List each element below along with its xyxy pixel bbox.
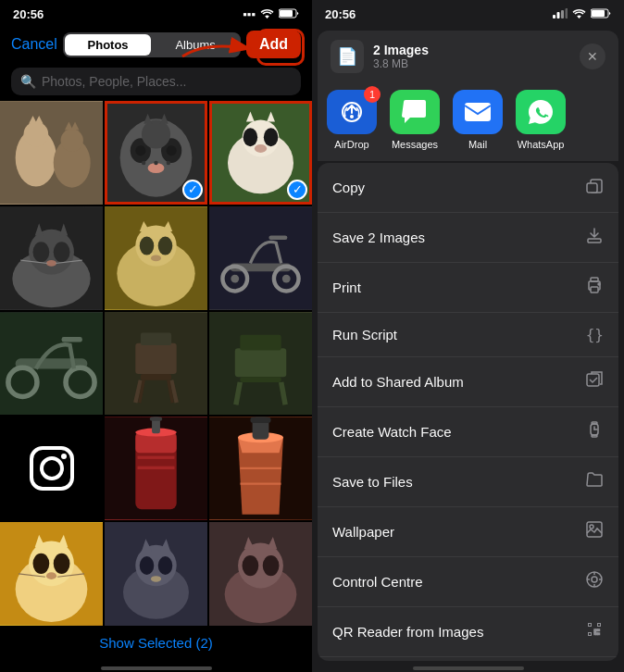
svg-rect-86 bbox=[138, 456, 175, 459]
svg-point-49 bbox=[158, 236, 173, 255]
svg-point-21 bbox=[167, 161, 170, 165]
action-script[interactable]: Run Script {} bbox=[318, 313, 618, 357]
whatsapp-app[interactable]: WhatsApp bbox=[516, 90, 566, 150]
albums-tab[interactable]: Albums bbox=[152, 34, 239, 56]
shared-album-icon bbox=[585, 370, 604, 393]
svg-point-142 bbox=[590, 525, 593, 529]
photo-cell-14[interactable] bbox=[105, 522, 207, 626]
search-icon: 🔍 bbox=[20, 74, 36, 89]
status-icons-left: ▪▪▪ bbox=[243, 7, 299, 21]
svg-point-6 bbox=[24, 122, 49, 147]
photo-cell-4[interactable] bbox=[0, 206, 103, 310]
photo-inner-12 bbox=[209, 417, 312, 520]
action-shared-album-label: Add to Shared Album bbox=[332, 374, 464, 390]
files-icon bbox=[585, 470, 604, 493]
wallpaper-icon bbox=[585, 520, 604, 543]
save-icon bbox=[585, 226, 604, 249]
add-button[interactable]: Add bbox=[246, 31, 301, 58]
svg-rect-127 bbox=[465, 103, 491, 121]
photo-cell-15[interactable] bbox=[209, 522, 312, 626]
photo-cell-2[interactable]: ✓ bbox=[105, 101, 207, 205]
svg-point-100 bbox=[54, 554, 70, 574]
svg-point-118 bbox=[263, 555, 280, 576]
action-dark-downloader[interactable]: Dark Downloader bbox=[318, 657, 618, 661]
svg-rect-74 bbox=[240, 334, 281, 350]
action-control-centre[interactable]: Control Centre bbox=[318, 557, 618, 607]
svg-point-111 bbox=[151, 576, 161, 582]
messages-app[interactable]: Messages bbox=[390, 90, 440, 150]
photo-cell-13[interactable] bbox=[0, 522, 103, 626]
action-print[interactable]: Print bbox=[318, 263, 618, 313]
share-apps-row: 1 AirDrop Messages Mail bbox=[318, 81, 618, 161]
svg-point-78 bbox=[42, 458, 62, 479]
svg-point-144 bbox=[592, 577, 597, 582]
signal-icon-right bbox=[553, 7, 568, 21]
mail-label: Mail bbox=[468, 139, 487, 150]
file-icon: 📄 bbox=[331, 40, 364, 73]
svg-point-40 bbox=[46, 260, 56, 267]
action-wallpaper[interactable]: Wallpaper bbox=[318, 507, 618, 557]
svg-rect-85 bbox=[150, 417, 162, 421]
home-bar-left bbox=[101, 666, 212, 670]
photo-inner-14 bbox=[105, 522, 207, 626]
svg-point-30 bbox=[243, 128, 258, 146]
svg-rect-122 bbox=[566, 8, 568, 19]
svg-point-110 bbox=[158, 556, 173, 575]
action-copy[interactable]: Copy bbox=[318, 163, 618, 213]
svg-rect-141 bbox=[587, 522, 602, 537]
photo-inner-11 bbox=[105, 417, 207, 520]
svg-point-126 bbox=[350, 115, 354, 118]
photo-inner-13 bbox=[0, 522, 103, 626]
photo-inner-7 bbox=[0, 312, 103, 416]
photo-cell-7[interactable] bbox=[0, 312, 103, 416]
action-watch-face[interactable]: Create Watch Face bbox=[318, 407, 618, 457]
svg-point-56 bbox=[282, 274, 291, 282]
svg-rect-87 bbox=[138, 467, 175, 469]
action-save-files[interactable]: Save to Files bbox=[318, 457, 618, 507]
search-bar[interactable]: 🔍 Photos, People, Places... bbox=[11, 68, 301, 95]
photo-cell-8[interactable] bbox=[105, 312, 207, 416]
svg-point-19 bbox=[142, 161, 145, 165]
share-title: 2 Images bbox=[373, 43, 429, 57]
photo-cell-9[interactable] bbox=[209, 312, 312, 416]
airdrop-badge: 1 bbox=[364, 86, 381, 103]
photos-tab[interactable]: Photos bbox=[65, 34, 152, 56]
photo-cell-12[interactable] bbox=[209, 417, 312, 520]
battery-icon-right bbox=[591, 7, 611, 21]
cancel-button[interactable]: Cancel bbox=[11, 36, 57, 53]
svg-point-48 bbox=[140, 236, 155, 255]
photo-inner-15 bbox=[209, 522, 312, 626]
svg-rect-124 bbox=[592, 10, 605, 17]
action-print-label: Print bbox=[332, 280, 361, 295]
bottom-bar: Show Selected (2) bbox=[0, 626, 312, 661]
share-info: 2 Images 3.8 MB bbox=[373, 43, 429, 70]
status-bar-right: 20:56 bbox=[312, 0, 624, 25]
photo-cell-3[interactable]: ✓ bbox=[209, 101, 312, 205]
action-qr-reader[interactable]: QR Reader from Images bbox=[318, 607, 618, 657]
close-button[interactable]: ✕ bbox=[580, 44, 605, 69]
left-panel: 20:56 ▪▪▪ Cancel P bbox=[0, 0, 312, 672]
svg-point-50 bbox=[151, 255, 161, 261]
svg-rect-66 bbox=[141, 332, 171, 344]
svg-rect-65 bbox=[141, 374, 171, 380]
svg-rect-130 bbox=[588, 239, 601, 243]
control-icon bbox=[585, 570, 604, 593]
svg-point-32 bbox=[255, 144, 267, 153]
photo-cell-5[interactable] bbox=[105, 206, 207, 310]
airdrop-app[interactable]: 1 AirDrop bbox=[327, 90, 377, 150]
action-shared-album[interactable]: Add to Shared Album bbox=[318, 357, 618, 407]
mail-app[interactable]: Mail bbox=[453, 90, 503, 150]
show-selected-button[interactable]: Show Selected (2) bbox=[99, 635, 213, 651]
photo-inner-6 bbox=[209, 206, 312, 310]
time-left: 20:56 bbox=[13, 7, 44, 21]
action-save[interactable]: Save 2 Images bbox=[318, 213, 618, 263]
photo-inner-8 bbox=[105, 312, 207, 416]
photo-cell-11[interactable] bbox=[105, 417, 207, 520]
photo-inner-5 bbox=[105, 206, 207, 310]
airdrop-label: AirDrop bbox=[334, 139, 368, 150]
photo-inner-9 bbox=[209, 312, 312, 416]
photo-cell-10[interactable] bbox=[0, 417, 103, 520]
photo-cell-6[interactable] bbox=[209, 206, 312, 310]
svg-point-38 bbox=[33, 242, 50, 262]
photo-cell-1[interactable] bbox=[0, 101, 103, 205]
